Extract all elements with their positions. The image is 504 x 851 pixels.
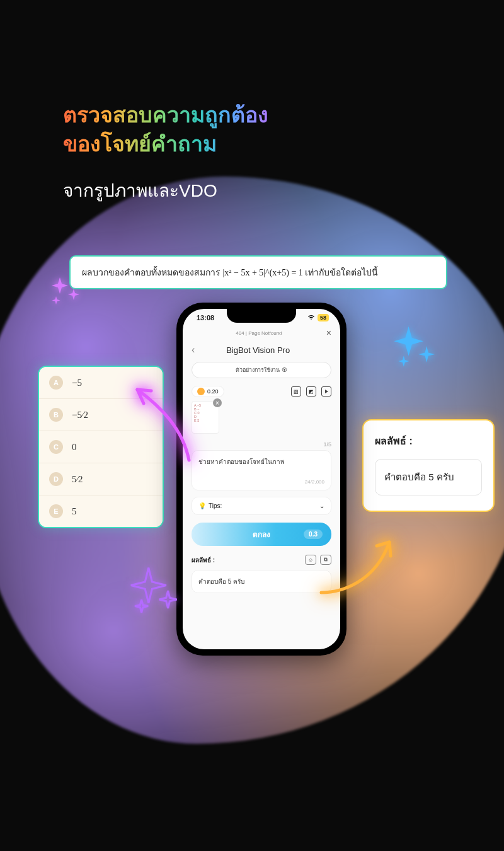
video-icon[interactable] bbox=[321, 386, 331, 397]
close-icon[interactable]: × bbox=[326, 328, 331, 338]
result-card: ผลลัพธ์ : คำตอบคือ 5 ครับ bbox=[362, 419, 495, 512]
option-row[interactable]: A−5 bbox=[39, 367, 163, 399]
option-value: 5⁄2 bbox=[72, 474, 83, 485]
phone-result-text: คำตอบคือ 5 ครับ bbox=[192, 570, 331, 593]
attachment-thumbnail[interactable]: A −5B −C 0DE 5 × bbox=[192, 401, 219, 434]
notfound-label: 404 | Page Notfound bbox=[236, 330, 282, 336]
option-value: 5 bbox=[72, 506, 77, 517]
chevron-down-icon: ⌄ bbox=[319, 502, 324, 509]
math-question-card: ผลบวกของคำตอบทั้งหมดของสมการ |x² − 5x + … bbox=[69, 255, 447, 289]
question-text: ผลบวกของคำตอบทั้งหมดของสมการ |x² − 5x + … bbox=[82, 268, 378, 277]
submit-button[interactable]: ตกลง 0.3 bbox=[192, 523, 331, 546]
gallery-icon[interactable]: ◩ bbox=[306, 386, 316, 397]
option-letter: D bbox=[49, 472, 63, 486]
credit-chip[interactable]: 0.20 bbox=[192, 386, 224, 397]
usage-example-button[interactable]: ตัวอย่างการใช้งาน ⦿ bbox=[192, 362, 331, 378]
wifi-icon bbox=[307, 314, 315, 321]
battery-indicator: 58 bbox=[318, 314, 329, 321]
prompt-text: ช่วยหาคำตอบของโจทย์ในภาพ bbox=[198, 457, 324, 466]
option-value: −5⁄2 bbox=[72, 410, 88, 420]
page-title-row: 404 | Page Notfound × bbox=[183, 327, 340, 339]
submit-label: ตกลง bbox=[253, 528, 270, 540]
credit-value: 0.20 bbox=[207, 388, 219, 395]
app-header: ‹ BigBot Vision Pro bbox=[183, 339, 340, 362]
share-line-icon[interactable]: ☺ bbox=[305, 555, 316, 565]
option-row[interactable]: D5⁄2 bbox=[39, 463, 163, 495]
remove-attachment-icon[interactable]: × bbox=[213, 398, 222, 407]
phone-notch bbox=[227, 309, 296, 323]
option-row[interactable]: B−5⁄2 bbox=[39, 399, 163, 431]
result-title: ผลลัพธ์ : bbox=[375, 433, 482, 449]
tips-row[interactable]: 💡Tips: ⌄ bbox=[192, 497, 331, 515]
attachment-area: A −5B −C 0DE 5 × bbox=[192, 401, 331, 439]
back-icon[interactable]: ‹ bbox=[192, 344, 195, 356]
sub-heading: จากรูปภาพและVDO bbox=[63, 177, 217, 204]
result-text: คำตอบคือ 5 ครับ bbox=[375, 459, 482, 495]
toolbar: 0.20 ▧ ◩ bbox=[183, 383, 340, 401]
copy-icon[interactable]: ⧉ bbox=[320, 555, 331, 565]
coin-icon bbox=[197, 388, 205, 395]
phone-screen: 13:08 58 404 | Page Notfound × ‹ BigBot … bbox=[183, 309, 340, 649]
option-letter: C bbox=[49, 440, 63, 454]
heading-line1: ตรวจสอบความถูกต้อง bbox=[63, 103, 268, 127]
tips-label: Tips: bbox=[209, 502, 222, 509]
option-row[interactable]: E5 bbox=[39, 495, 163, 527]
status-time: 13:08 bbox=[197, 314, 214, 321]
bulb-icon: 💡 bbox=[198, 502, 206, 509]
prompt-input[interactable]: ช่วยหาคำตอบของโจทย์ในภาพ 24/2,000 bbox=[192, 450, 331, 490]
image-counter: 1/5 bbox=[183, 441, 340, 448]
option-letter: A bbox=[49, 376, 63, 390]
option-letter: E bbox=[49, 504, 63, 518]
phone-mockup: 13:08 58 404 | Page Notfound × ‹ BigBot … bbox=[176, 303, 346, 656]
submit-cost: 0.3 bbox=[304, 530, 323, 539]
image-icon[interactable]: ▧ bbox=[291, 386, 301, 397]
main-heading: ตรวจสอบความถูกต้อง ของโจทย์คำถาม bbox=[63, 101, 268, 159]
option-value: −5 bbox=[72, 378, 82, 388]
phone-result-header: ผลลัพธ์ : ☺ ⧉ bbox=[183, 552, 340, 567]
phone-result-label: ผลลัพธ์ : bbox=[192, 555, 215, 565]
option-value: 0 bbox=[72, 442, 77, 453]
app-title: BigBot Vision Pro bbox=[200, 345, 316, 355]
option-letter: B bbox=[49, 408, 63, 422]
answer-options-card: A−5B−5⁄2C0D5⁄2E5 bbox=[38, 366, 164, 528]
char-counter: 24/2,000 bbox=[198, 479, 324, 485]
heading-line2: ของโจทย์คำถาม bbox=[63, 132, 217, 156]
option-row[interactable]: C0 bbox=[39, 431, 163, 463]
